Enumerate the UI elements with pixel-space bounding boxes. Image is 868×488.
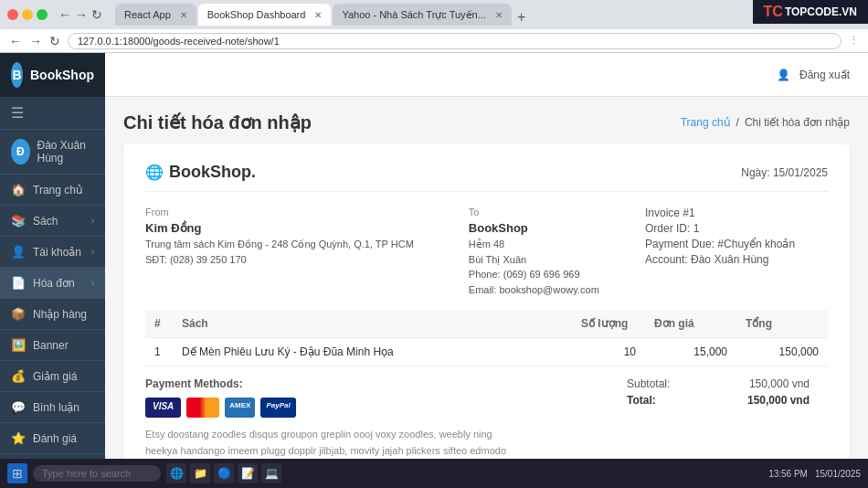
tab-label: BookShop Dashboard bbox=[207, 9, 306, 20]
to-name: BookShop bbox=[469, 221, 633, 235]
tab-close-icon[interactable]: ✕ bbox=[314, 10, 322, 20]
payment-methods-label: Payment Methods: bbox=[145, 377, 627, 390]
chevron-right-icon: › bbox=[91, 247, 94, 257]
hamburger-button[interactable]: ☰ bbox=[0, 97, 105, 130]
payment-cards: VISA AMEX PayPal bbox=[145, 398, 627, 418]
invoice-date: Ngày: 15/01/2025 bbox=[741, 166, 828, 179]
nav-label: Trang chủ bbox=[33, 184, 83, 196]
breadcrumb-home[interactable]: Trang chủ bbox=[681, 116, 731, 129]
avatar: Đ bbox=[11, 139, 30, 164]
to-email: Email: bookshop@wowy.com bbox=[469, 282, 633, 298]
taskbar-right: 13:56 PM 15/01/2025 bbox=[768, 469, 861, 479]
invoice-brand: 🌐 BookShop. bbox=[145, 163, 256, 182]
sidebar-logo: B bbox=[11, 62, 23, 88]
taskbar-icons: 🌐 📁 🔵 📝 💻 bbox=[166, 463, 281, 483]
comment-icon: 💬 bbox=[11, 400, 26, 414]
addr-forward-button[interactable]: → bbox=[29, 34, 42, 48]
taskbar-icon-1[interactable]: 🌐 bbox=[166, 463, 186, 483]
tab-yahoo[interactable]: Yahoo - Nhà Sách Trực Tuyến... ✕ bbox=[333, 4, 511, 26]
taskbar-icon-4[interactable]: 📝 bbox=[238, 463, 258, 483]
taskbar-icon-3[interactable]: 🔵 bbox=[214, 463, 234, 483]
subtotal-label: Subtotal: bbox=[627, 377, 670, 390]
totals-section: Subtotal: 150,000 vnd Total: 150,000 vnd bbox=[627, 377, 828, 407]
sidebar-item-giam-gia[interactable]: 💰 Giảm giá bbox=[0, 361, 105, 392]
from-label: From bbox=[145, 207, 414, 217]
col-header-dongia: Đơn giá bbox=[645, 310, 736, 338]
nav-label: Hóa đơn bbox=[33, 277, 75, 290]
sidebar-item-trang-chu[interactable]: 🏠 Trang chủ bbox=[0, 175, 105, 206]
sidebar-item-banner[interactable]: 🖼️ Banner bbox=[0, 330, 105, 361]
sidebar-title: BookShop bbox=[30, 68, 94, 82]
addr-back-button[interactable]: ← bbox=[9, 34, 22, 48]
col-header-sach: Sách bbox=[173, 310, 572, 338]
from-section: From Kim Đồng Trung tâm sách Kim Đồng - … bbox=[145, 207, 414, 297]
subtotal-row: Subtotal: 150,000 vnd bbox=[627, 377, 810, 390]
sidebar-item-sach[interactable]: 📚 Sách › bbox=[0, 206, 105, 237]
addr-refresh-button[interactable]: ↻ bbox=[49, 34, 60, 48]
col-header-sl: Số lượng bbox=[572, 310, 645, 338]
sidebar-item-danh-gia[interactable]: ⭐ Đánh giá bbox=[0, 423, 105, 454]
from-name: Kim Đồng bbox=[145, 221, 414, 235]
sidebar-nav: 🏠 Trang chủ 📚 Sách › 👤 Tài khoản › bbox=[0, 175, 105, 459]
taskbar-date: 15/01/2025 bbox=[815, 469, 861, 479]
sidebar-user: Đ Đào Xuân Hùng bbox=[0, 130, 105, 175]
address-bar[interactable] bbox=[68, 33, 842, 49]
user-icon: 👤 bbox=[11, 245, 26, 259]
nav-label: Nhập hàng bbox=[33, 308, 87, 321]
page-header: Chi tiết hóa đơn nhập Trang chủ / Chi ti… bbox=[123, 111, 850, 133]
discount-icon: 💰 bbox=[11, 369, 26, 383]
taskbar-search[interactable] bbox=[33, 465, 161, 482]
tab-close-icon[interactable]: ✕ bbox=[495, 10, 503, 20]
to-phone: Phone: (069) 69 696 969 bbox=[469, 267, 633, 282]
nav-label: Giảm giá bbox=[33, 370, 77, 383]
lorem-text: Etsy doostang zoodles disqus groupon gre… bbox=[145, 427, 511, 459]
paypal-card: PayPal bbox=[260, 398, 295, 418]
new-tab-button[interactable]: + bbox=[517, 9, 525, 26]
invoice-number: Invoice #1 bbox=[645, 207, 828, 219]
topbar: 👤 Đăng xuất bbox=[105, 53, 868, 97]
sidebar-item-nhap-hang[interactable]: 📦 Nhập hàng bbox=[0, 299, 105, 330]
forward-button[interactable]: → bbox=[75, 7, 88, 22]
tab-label: React App bbox=[124, 9, 171, 20]
total-label: Total: bbox=[627, 394, 656, 407]
image-icon: 🖼️ bbox=[11, 338, 26, 352]
minimize-button[interactable] bbox=[22, 9, 33, 20]
nav-label: Tài khoản bbox=[33, 246, 81, 259]
refresh-button[interactable]: ↻ bbox=[91, 7, 102, 22]
tab-react[interactable]: React App ✕ bbox=[115, 4, 196, 26]
breadcrumb: Trang chủ / Chi tiết hóa đơn nhập bbox=[681, 116, 850, 129]
chevron-right-icon: › bbox=[91, 278, 94, 288]
sidebar-item-hoa-don[interactable]: 📄 Hóa đơn › bbox=[0, 268, 105, 299]
taskbar-icon-5[interactable]: 💻 bbox=[261, 463, 281, 483]
row-quantity: 10 bbox=[572, 338, 645, 366]
col-header-num: # bbox=[145, 310, 173, 338]
maximize-button[interactable] bbox=[37, 9, 48, 20]
addr-menu-icon: ⋮ bbox=[849, 35, 859, 47]
invoice-icon: 📄 bbox=[11, 276, 26, 290]
username-label: Đào Xuân Hùng bbox=[37, 139, 95, 164]
user-icon: 👤 bbox=[777, 69, 790, 81]
row-num: 1 bbox=[145, 338, 173, 366]
subtotal-value: 150,000 vnd bbox=[749, 377, 810, 390]
nav-label: Sách bbox=[33, 215, 58, 228]
invoice-top: 🌐 BookShop. Ngày: 15/01/2025 bbox=[145, 163, 828, 192]
nav-label: Đánh giá bbox=[33, 432, 77, 445]
back-button[interactable]: ← bbox=[58, 7, 71, 22]
globe-icon: 🌐 bbox=[145, 164, 164, 181]
sidebar-item-tai-khoan[interactable]: 👤 Tài khoản › bbox=[0, 237, 105, 268]
logout-button[interactable]: Đăng xuất bbox=[799, 69, 850, 81]
sidebar: B BookShop ☰ Đ Đào Xuân Hùng 🏠 Trang chủ… bbox=[0, 53, 105, 459]
close-button[interactable] bbox=[7, 9, 18, 20]
chevron-right-icon: › bbox=[91, 216, 94, 226]
invoice-table: # Sách Số lượng Đơn giá Tổng 1 Dế Mèn Ph… bbox=[145, 310, 828, 366]
row-unit-price: 15,000 bbox=[645, 338, 736, 366]
tab-close-icon[interactable]: ✕ bbox=[180, 10, 187, 20]
from-address: Trung tâm sách Kim Đồng - 248 Cống Quỳnh… bbox=[145, 237, 414, 252]
taskbar-icon-2[interactable]: 📁 bbox=[190, 463, 210, 483]
breadcrumb-separator: / bbox=[736, 116, 739, 129]
start-button[interactable]: ⊞ bbox=[7, 463, 27, 483]
topcode-logo: TC TOPCODE.VN bbox=[753, 0, 868, 24]
tab-bookshop[interactable]: BookShop Dashboard ✕ bbox=[198, 4, 332, 26]
sidebar-item-binh-luan[interactable]: 💬 Bình luận bbox=[0, 392, 105, 423]
taskbar-left: ⊞ 🌐 📁 🔵 📝 💻 bbox=[7, 463, 281, 483]
